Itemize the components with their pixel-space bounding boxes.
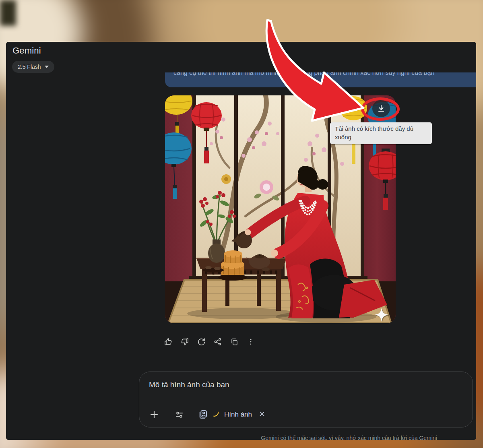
model-selector-label: 2.5 Flash xyxy=(18,64,41,70)
user-message-bubble: càng cụ thể thì hình ảnh mà mô hình tạo … xyxy=(165,72,476,87)
share-icon xyxy=(213,337,222,346)
gemini-app-window: Gemini 2.5 Flash càng cụ thể thì hình ản… xyxy=(6,42,476,440)
plus-icon xyxy=(149,410,159,419)
regenerate-icon xyxy=(197,337,206,347)
user-message-text: càng cụ thể thì hình ảnh mà mô hình tạo … xyxy=(165,72,476,77)
background-corner-blob xyxy=(0,0,16,26)
thumbs-down-icon xyxy=(180,337,190,347)
page-title: Gemini xyxy=(12,45,41,56)
more-vertical-icon xyxy=(247,337,255,346)
download-tooltip: Tải ảnh có kích thước đầy đủ xuống xyxy=(330,122,432,144)
remove-chip-button[interactable] xyxy=(258,410,266,419)
thumbs-up-icon xyxy=(163,337,173,347)
banana-icon xyxy=(212,410,221,419)
image-mode-chip[interactable]: Hình ảnh xyxy=(198,409,266,420)
regenerate-button[interactable] xyxy=(196,337,206,347)
image-stack-icon xyxy=(198,409,208,420)
tune-icon xyxy=(175,410,184,419)
composer-toolbar: Hình ảnh xyxy=(149,409,266,420)
more-options-button[interactable] xyxy=(246,337,256,347)
prompt-input[interactable]: Mô tả hình ảnh của bạn xyxy=(149,380,464,389)
thumbs-down-button[interactable] xyxy=(180,337,190,347)
image-chip-label: Hình ảnh xyxy=(224,411,252,419)
disclaimer-text: Gemini có thể mắc sai sót, vì vậy, nhớ x… xyxy=(223,435,475,440)
model-selector[interactable]: 2.5 Flash xyxy=(12,61,54,73)
thumbs-up-button[interactable] xyxy=(163,337,173,347)
share-button[interactable] xyxy=(213,337,223,347)
annotation-red-ring xyxy=(361,97,400,121)
screenshot-stage: Gemini 2.5 Flash càng cụ thể thì hình ản… xyxy=(0,0,483,448)
prompt-composer[interactable]: Mô tả hình ảnh của bạn xyxy=(139,372,473,427)
add-attachment-button[interactable] xyxy=(149,409,159,420)
response-actions xyxy=(163,337,256,347)
tools-button[interactable] xyxy=(174,409,184,420)
copy-button[interactable] xyxy=(229,337,239,347)
copy-icon xyxy=(230,337,239,346)
close-icon xyxy=(258,410,266,417)
chevron-down-icon xyxy=(45,66,49,68)
